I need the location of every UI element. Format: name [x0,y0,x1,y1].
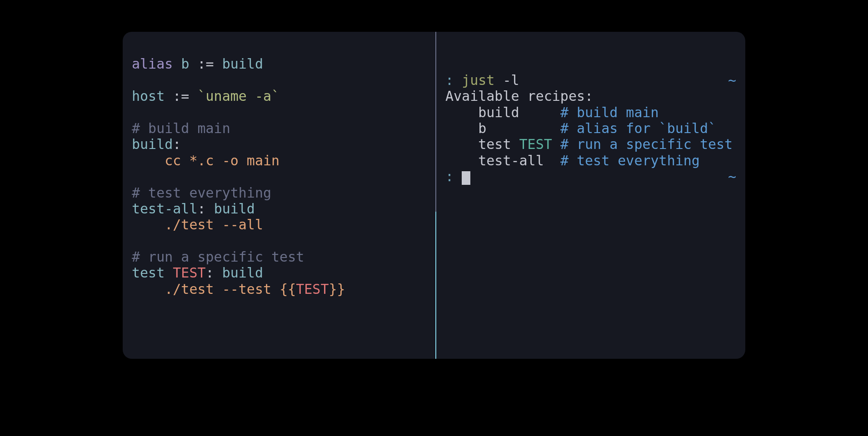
prompt-char: : [445,168,462,184]
colon: : [206,265,222,281]
cmd-cc: cc *.c -o main [165,153,279,168]
interp-close: }} [329,281,345,297]
recipe-test: test [132,265,173,281]
cursor [462,171,470,185]
keyword-alias: alias [132,56,181,72]
backtick-cmd: uname -a [206,88,272,104]
comment-testall: # test everything [132,185,271,201]
alias-name: b [181,56,197,72]
recipe-name-build: build [478,104,560,120]
active-pane-indicator [435,212,436,359]
backtick-close: ` [271,88,279,104]
indent [132,153,165,168]
recipe-desc-testall: test everything [577,153,700,168]
hash: # [560,153,577,168]
prompt-char: : [445,72,462,88]
recipe-name-test: test [478,136,519,152]
recipe-testall: test-all [132,201,198,217]
recipe-desc-b: alias for `build` [577,120,716,136]
recipe-build: build [132,136,173,152]
terminal-window: alias b := build host := `uname -a` # bu… [123,32,745,359]
dep-build: build [214,201,255,217]
pad [445,153,478,168]
comment-test: # run a specific test [132,249,304,265]
indent [132,281,165,297]
cmd-flag-l: -l [503,72,519,88]
hash: # [560,104,577,120]
tilde-marker: ~ [728,168,736,184]
pad [445,120,478,136]
var-host: host [132,88,173,104]
cmd-test: ./test --test [165,281,279,297]
hash: # [560,136,577,152]
backtick-open: ` [198,88,206,104]
recipe-name-testall: test-all [478,153,560,168]
colon: : [198,201,214,217]
comment-build: # build main [132,120,230,136]
output-header: Available recipes: [445,88,593,104]
indent [132,217,165,233]
assign-op: := [198,56,222,72]
interp-var-TEST: TEST [296,281,329,297]
recipe-arg-TEST: TEST [173,265,205,281]
recipe-arg-TEST: TEST [519,136,560,152]
hash: # [560,120,577,136]
dep-build: build [222,265,263,281]
colon: : [173,136,181,152]
interp-open: {{ [279,281,296,297]
cmd-testall: ./test --all [165,217,263,233]
recipe-desc-build: build main [577,104,659,120]
recipe-name-b: b [478,120,560,136]
pad [445,136,478,152]
pad [445,104,478,120]
alias-target: build [222,56,263,72]
shell-pane[interactable]: : just -l~ Available recipes: build # bu… [436,32,745,359]
editor-pane[interactable]: alias b := build host := `uname -a` # bu… [123,32,436,359]
tilde-marker: ~ [728,72,736,88]
assign-op: := [173,88,197,104]
recipe-desc-test: run a specific test [577,136,733,152]
cmd-just: just [462,72,503,88]
